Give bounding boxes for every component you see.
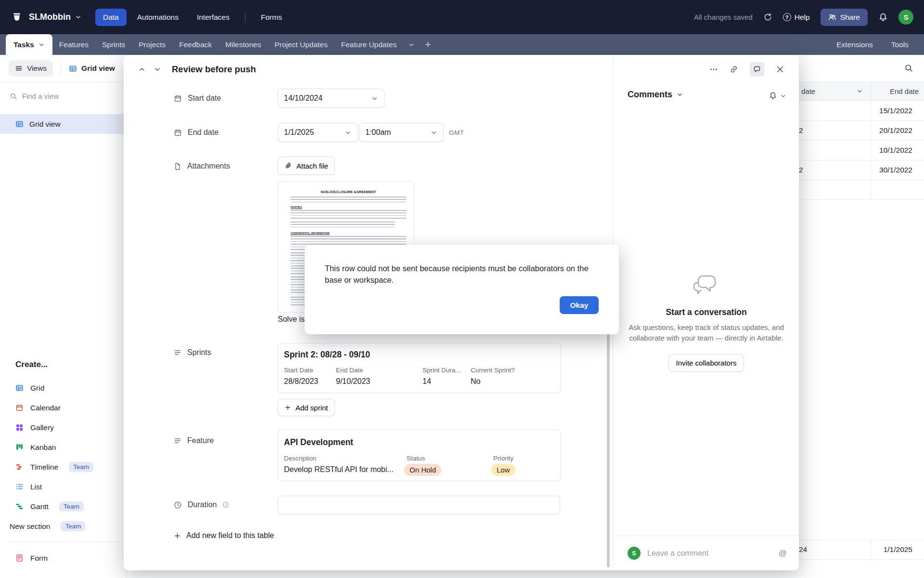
current-view-button[interactable]: Grid view (69, 64, 115, 73)
add-sprint-label: Add sprint (295, 404, 328, 412)
column-header-date[interactable]: date (801, 82, 815, 101)
feature-description-value: Develop RESTful API for mobi... (284, 465, 394, 474)
timeline-icon (15, 463, 24, 471)
sprint-record-card[interactable]: Sprint 2: 08/28 - 09/10 Start Date End D… (278, 343, 561, 393)
extensions-button[interactable]: Extensions (830, 34, 880, 55)
comments-header-label: Comments (628, 90, 672, 100)
help-button[interactable]: ? Help (783, 13, 810, 22)
grid-cell-end-date[interactable]: 1/1/2025 (871, 539, 912, 559)
share-button[interactable]: Share (821, 9, 868, 26)
grid-cell-end-date[interactable]: 30/1/2022 (871, 160, 912, 180)
timezone-label: GMT (449, 123, 464, 142)
create-item-kanban[interactable]: Kanban (15, 437, 119, 457)
chevron-down-icon (430, 129, 437, 136)
grid-cell-partial[interactable]: 24 (799, 539, 807, 559)
end-date-select[interactable]: 1/1/2025 (278, 123, 358, 142)
tab-sprints[interactable]: Sprints (95, 34, 132, 55)
tab-project-updates[interactable]: Project Updates (268, 34, 334, 55)
create-item-gantt[interactable]: Gantt Team (15, 497, 119, 516)
create-item-label: Timeline (30, 463, 58, 472)
field-label-sprints: Sprints (174, 343, 211, 362)
feature-col-label: Description (284, 455, 317, 462)
history-icon[interactable] (763, 13, 772, 22)
create-item-grid[interactable]: Grid (15, 378, 119, 398)
attach-file-button[interactable]: Attach file (278, 157, 335, 175)
create-item-calendar[interactable]: Calendar (15, 398, 119, 418)
create-item-form[interactable]: Form (15, 548, 119, 568)
tab-features[interactable]: Features (52, 34, 95, 55)
views-button[interactable]: Views (9, 60, 53, 77)
empty-state-title: Start a conversation (666, 307, 746, 317)
people-icon (828, 13, 836, 21)
user-avatar[interactable]: S (898, 10, 913, 25)
base-logo-icon[interactable] (11, 11, 23, 24)
comments-header-button[interactable]: Comments (628, 90, 683, 100)
start-date-select[interactable]: 14/10/2024 (278, 89, 385, 108)
okay-button[interactable]: Okay (560, 296, 599, 314)
create-heading: Create... (15, 360, 119, 369)
search-icon[interactable] (904, 64, 913, 73)
sidebar-divider (10, 542, 119, 542)
tools-button[interactable]: Tools (885, 34, 915, 55)
add-sprint-button[interactable]: Add sprint (278, 399, 335, 416)
hamburger-icon (15, 65, 23, 72)
grid-cell-end-date[interactable]: 10/1/2022 (871, 140, 912, 160)
create-item-label: Grid (30, 384, 44, 393)
sprint-col-label: Current Sprint? (471, 367, 515, 374)
create-item-timeline[interactable]: Timeline Team (15, 457, 119, 477)
help-label: Help (795, 13, 810, 22)
create-item-list[interactable]: List (15, 477, 119, 497)
tab-projects[interactable]: Projects (132, 34, 172, 55)
comment-input[interactable] (647, 549, 772, 558)
notifications-bell-icon[interactable] (878, 13, 888, 22)
add-table-button[interactable] (420, 41, 436, 48)
nav-tab-forms[interactable]: Forms (253, 9, 290, 26)
view-item-grid-view[interactable]: Grid view (0, 114, 127, 134)
team-badge: Team (69, 462, 93, 472)
tab-tasks[interactable]: Tasks (6, 34, 52, 55)
previous-record-chevron-icon[interactable] (138, 66, 146, 73)
nav-tab-interfaces[interactable]: Interfaces (189, 9, 237, 26)
find-view-search[interactable] (10, 92, 118, 100)
add-field-button[interactable]: Add new field to this table (174, 526, 274, 545)
tab-feature-updates[interactable]: Feature Updates (334, 34, 403, 55)
nav-tab-automations[interactable]: Automations (129, 9, 186, 26)
end-time-select[interactable]: 1:00am (359, 123, 444, 142)
grid-cell-partial[interactable]: 2 (799, 120, 803, 140)
sprint-col-value: 28/8/2023 (284, 377, 318, 386)
comment-notifications-button[interactable] (769, 92, 786, 100)
duration-input[interactable] (278, 496, 560, 514)
next-record-chevron-icon[interactable] (154, 66, 161, 73)
team-badge: Team (59, 501, 84, 512)
table-tabs-bar: Tasks Features Sprints Projects Feedback… (0, 34, 924, 55)
grid-cell-partial[interactable]: 2 (799, 160, 803, 180)
workspace-name[interactable]: SLMobbin (29, 12, 71, 22)
feature-record-card[interactable]: API Development Description Status Prior… (278, 429, 561, 481)
modal-scrollbar[interactable] (607, 334, 610, 567)
plus-icon (284, 404, 291, 411)
more-tables-chevron-icon[interactable] (403, 41, 420, 48)
column-chevron-icon[interactable] (856, 88, 863, 95)
create-item-gallery[interactable]: Gallery (15, 418, 119, 437)
clock-icon (174, 501, 182, 509)
team-badge: Team (61, 521, 85, 531)
workspace-chevron-icon[interactable] (75, 13, 82, 21)
nav-tab-data[interactable]: Data (95, 9, 127, 26)
grid-cell-end-date[interactable]: 15/1/2022 (871, 101, 912, 120)
record-modal: Review before push Start date 14/10/2024… (124, 55, 799, 570)
grid-view-icon (15, 120, 24, 128)
find-view-input[interactable] (22, 92, 94, 100)
calendar-icon (174, 94, 182, 103)
create-item-new-section[interactable]: New section Team (10, 516, 119, 536)
sprint-col-value: 14 (423, 377, 431, 386)
tab-feedback[interactable]: Feedback (172, 34, 218, 55)
field-label-text: End date (188, 128, 218, 137)
sprint-card-title: Sprint 2: 08/28 - 09/10 (284, 350, 370, 360)
invite-collaborators-button[interactable]: Invite collaborators (668, 354, 744, 372)
create-section: Create... Grid Calendar Gallery Kanban T… (0, 354, 127, 568)
column-header-end-date[interactable]: End date (890, 82, 919, 101)
start-date-value: 14/10/2024 (284, 94, 322, 103)
mention-at-icon[interactable]: @ (779, 549, 787, 558)
grid-cell-end-date[interactable]: 20/1/2022 (871, 120, 912, 140)
tab-milestones[interactable]: Milestones (218, 34, 268, 55)
